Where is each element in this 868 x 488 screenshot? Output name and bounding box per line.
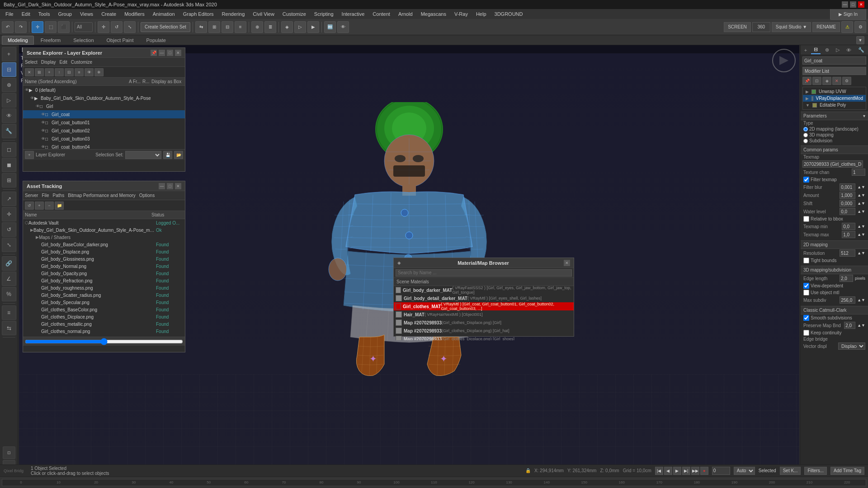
record-button[interactable]: ● — [700, 467, 708, 475]
asset-tracking-titlebar[interactable]: Asset Tracking — □ ✕ — [23, 181, 185, 191]
water-level-stepper[interactable]: ▲▼ — [857, 209, 865, 214]
asset-row[interactable]: Girl_body_Normal.pngFound — [23, 263, 185, 270]
menu-modifiers[interactable]: Modifiers — [121, 10, 148, 18]
align-button[interactable]: ⊟ — [222, 21, 233, 33]
menu-graph-editors[interactable]: Graph Editors — [179, 10, 217, 18]
studio-dropdown[interactable]: Squid Studio ▼ — [772, 22, 811, 32]
max-subdiv-input[interactable] — [840, 296, 855, 304]
menu-tools[interactable]: Tools — [35, 10, 54, 18]
layer-explorer-maximize[interactable]: □ — [167, 50, 173, 56]
le-sort-btn[interactable]: ⊟ — [65, 68, 74, 76]
hierarchy-panel-button[interactable]: ⊕ — [2, 78, 16, 92]
le-menu-select[interactable]: Select — [25, 60, 38, 65]
prev-key-button[interactable]: |◀ — [655, 467, 663, 475]
layer-row[interactable]: 👁 □Girl_coat_button02 — [23, 127, 185, 135]
display-panel-button[interactable]: 👁 — [2, 108, 16, 123]
relative-to-bbox-checkbox[interactable] — [803, 216, 809, 222]
undo-button[interactable]: ↶ — [2, 21, 14, 33]
filter-dropdown[interactable]: All — [75, 22, 93, 32]
asset-row[interactable]: Girl_body_Opacity.pngFound — [23, 270, 185, 277]
layer-row[interactable]: 👁 □Girl_coat_button01 — [23, 118, 185, 127]
expand-tabs-button[interactable]: ▼ — [856, 36, 864, 44]
le-menu-customize[interactable]: Customize — [71, 60, 92, 65]
quick-render-button[interactable]: ▶ — [307, 21, 319, 33]
mat-browser-titlebar[interactable]: ◈ Material/Map Browser ✕ — [394, 258, 574, 268]
filters-button[interactable]: Filters... — [804, 467, 827, 475]
le-toggle-btn[interactable]: 👁 — [85, 68, 94, 76]
asset-row[interactable]: ⬡ Autodesk VaultLogged O... — [23, 219, 185, 226]
menu-edit[interactable]: Edit — [18, 10, 34, 18]
create-selection-set-button[interactable]: Create Selection Set — [141, 22, 190, 32]
viewport-nav-1[interactable]: ⊡ — [3, 446, 15, 459]
material-row[interactable]: Hair_MAT ( VRayHairNextMtl ) [Object001] — [394, 310, 574, 319]
select-button[interactable]: ✛ — [32, 21, 43, 33]
mat-browser-close[interactable]: ✕ — [564, 260, 570, 266]
next-key-button[interactable]: ▶▶ — [691, 467, 699, 475]
at-menu-file[interactable]: File — [42, 193, 49, 198]
asset-row[interactable]: Girl_body_Displace.pngFound — [23, 248, 185, 255]
asset-row[interactable]: Girl_clothes_normal.pngFound — [23, 328, 185, 335]
select-by-name-button[interactable]: 🔤 — [324, 21, 336, 33]
layer-button[interactable]: ⊕ — [251, 21, 263, 33]
modifier-vray-displacement[interactable]: ▶ VRayDisplacementMod — [803, 95, 866, 102]
at-menu-server[interactable]: Server — [25, 193, 38, 198]
material-row[interactable]: Map #2070298933 (Girl_clothes_Displace.p… — [394, 319, 574, 327]
at-minimize[interactable]: — — [159, 183, 165, 189]
layer-explorer-minimize[interactable]: — — [159, 50, 165, 56]
smooth-subdiv-checkbox[interactable] — [803, 315, 809, 321]
texmap-min-stepper[interactable]: ▲▼ — [857, 224, 865, 229]
asset-row[interactable]: Girl_body_Scatter_radius.pngFound — [23, 291, 185, 299]
at-maximize[interactable]: □ — [167, 183, 173, 189]
at-menu-bitmap[interactable]: Bitmap Performance and Memory — [68, 193, 136, 198]
preserve-map-bnd-input[interactable] — [844, 322, 855, 329]
material-row[interactable]: Girl_body_detail_darker_MAT ( VRayMtl ) … — [394, 294, 574, 302]
frame-count-input[interactable] — [752, 22, 770, 32]
max-subdiv-stepper[interactable]: ▲▼ — [857, 298, 865, 302]
keep-continuity-checkbox[interactable] — [803, 330, 809, 336]
array-button[interactable]: ⊞ — [208, 21, 220, 33]
menu-interactive[interactable]: Interactive — [338, 10, 368, 18]
auto-mode-select[interactable]: Auto — [734, 467, 755, 475]
asset-row[interactable]: Girl_body_BaseColor_darker.pngFound — [23, 241, 185, 248]
layer-explorer-close[interactable]: ✕ — [175, 50, 181, 56]
le-save-btn[interactable]: 💾 — [163, 151, 172, 159]
render-button[interactable]: ▷ — [294, 21, 306, 33]
le-extra-btn[interactable]: ≡ — [75, 68, 84, 76]
named-selections[interactable]: ≡ — [2, 305, 16, 320]
le-selection-set-dropdown[interactable] — [125, 151, 161, 159]
mirror-tool-left[interactable]: ⇆ — [2, 321, 16, 335]
water-level-input[interactable] — [840, 208, 855, 215]
minimize-button[interactable]: — — [842, 1, 848, 8]
preserve-map-stepper[interactable]: ▲▼ — [857, 323, 865, 328]
mod-make-unique-button[interactable]: ◈ — [822, 77, 831, 85]
le-menu-display[interactable]: Display — [41, 60, 56, 65]
le-menu-edit[interactable]: Edit — [60, 60, 67, 65]
object-name-input[interactable] — [802, 56, 866, 65]
modifier-editable-poly[interactable]: ▼ Editable Poly — [803, 102, 866, 108]
asset-row[interactable]: Girl_body_Glossiness.pngFound — [23, 255, 185, 263]
menu-customize[interactable]: Customize — [279, 10, 310, 18]
le-close-btn[interactable]: ✕ — [25, 68, 34, 76]
menu-vray[interactable]: V-Ray — [451, 10, 472, 18]
modifier-list-dropdown[interactable]: Modifier List — [802, 67, 866, 75]
play-button[interactable]: ▶ — [673, 467, 681, 475]
move-button[interactable]: ✛ — [98, 21, 109, 33]
layer-row[interactable]: 👁 □Girl_coat — [23, 110, 185, 118]
extended-prims-button[interactable]: ◼ — [2, 158, 16, 172]
asset-row[interactable]: Girl_clothes_BaseColor.pngFound — [23, 306, 185, 313]
menu-arnold[interactable]: Arnold — [395, 10, 416, 18]
quick-align-button[interactable]: ≡ — [235, 21, 246, 33]
tab-modify[interactable]: ⊟ — [811, 46, 821, 54]
layer-row[interactable]: 👁 □Girl — [23, 102, 185, 110]
layer-explorer-pin[interactable]: 📌 — [151, 50, 157, 56]
compound-button[interactable]: ⊞ — [2, 173, 16, 188]
create-panel-button[interactable]: + — [2, 47, 16, 61]
tab-populate[interactable]: Populate — [140, 36, 171, 45]
edge-length-input[interactable] — [840, 275, 853, 282]
settings-button[interactable]: ⚙ — [854, 21, 866, 33]
timeline-track[interactable]: 0102030405060708090100110120130140150160… — [2, 479, 866, 486]
scale-button[interactable]: ⤡ — [124, 21, 136, 33]
resolution-input[interactable] — [840, 249, 855, 257]
layer-row[interactable]: 👁 □Girl_coat_button03 — [23, 135, 185, 143]
shift-input[interactable] — [840, 200, 855, 207]
